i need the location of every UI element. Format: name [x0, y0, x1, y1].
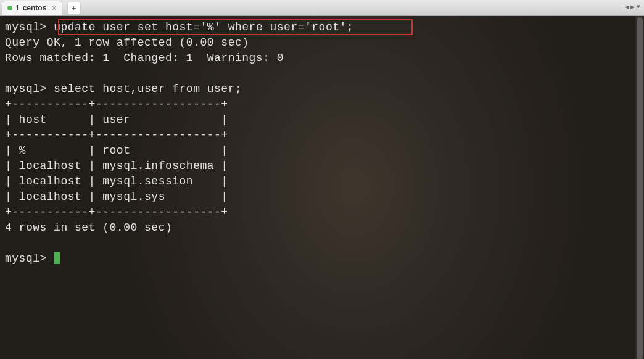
table-row: | localhost | mysql.session |	[5, 175, 228, 188]
table-border: +-----------+------------------+	[5, 206, 228, 218]
tab-menu[interactable]: ◄► ▾	[624, 2, 640, 10]
output-line: Rows matched: 1 Changed: 1 Warnings: 0	[5, 52, 284, 64]
tab-title: centos	[23, 4, 47, 12]
plus-icon: +	[71, 3, 76, 13]
terminal[interactable]: mysql> update user set host='%' where us…	[0, 16, 644, 359]
tab-nav-arrows-icon: ◄►	[624, 3, 635, 10]
sql-command: update user set host='%' where user='roo…	[54, 21, 353, 33]
output-line: Query OK, 1 row affected (0.00 sec)	[5, 36, 249, 49]
output-line: 4 rows in set (0.00 sec)	[5, 221, 172, 234]
table-row: | localhost | mysql.infoschema |	[5, 160, 228, 172]
scrollbar[interactable]	[635, 16, 644, 359]
tab-centos[interactable]: 1 centos ×	[2, 1, 62, 15]
add-tab-button[interactable]: +	[67, 2, 81, 14]
scrollbar-thumb[interactable]	[637, 17, 643, 359]
table-row: | % | root |	[5, 144, 228, 157]
dropdown-icon: ▾	[637, 2, 640, 10]
tab-close-icon[interactable]: ×	[51, 3, 56, 13]
cursor	[54, 252, 60, 264]
output-line: mysql> select host,user from user;	[5, 83, 242, 95]
terminal-content: mysql> update user set host='%' where us…	[0, 16, 644, 301]
prompt: mysql>	[5, 252, 54, 265]
connection-status-icon	[7, 6, 12, 10]
table-border: +-----------+------------------+	[5, 98, 228, 110]
table-header: | host | user |	[5, 113, 228, 126]
table-row: | localhost | mysql.sys |	[5, 191, 228, 203]
prompt: mysql>	[5, 21, 54, 33]
table-border: +-----------+------------------+	[5, 129, 228, 141]
tab-number: 1	[15, 4, 20, 12]
tab-bar: 1 centos × + ◄► ▾	[0, 0, 644, 16]
